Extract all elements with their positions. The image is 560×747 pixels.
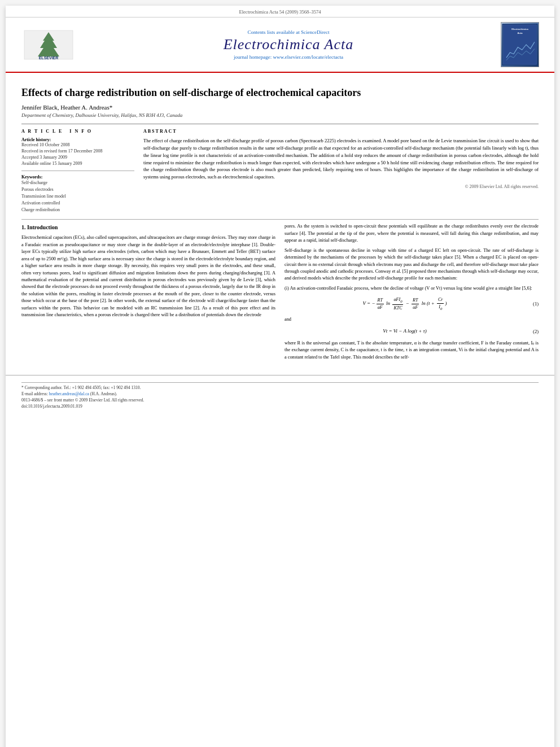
- journal-title: Electrochimica Acta: [82, 36, 495, 53]
- authors: Jennifer Black, Heather A. Andreas*: [21, 104, 539, 111]
- page: Electrochimica Acta 54 (2009) 3568–3574 …: [6, 6, 554, 747]
- body-columns: 1. Introduction Electrochemical capacito…: [21, 223, 539, 364]
- right-para-2: Self-discharge is the spontaneous declin…: [285, 247, 539, 282]
- equation-2-number: (2): [525, 328, 539, 335]
- intro-para-1: Electrochemical capacitors (ECs), also c…: [21, 234, 275, 318]
- keyword-2: Porous electrodes: [21, 186, 134, 193]
- article-content: Effects of charge redistribution on self…: [6, 73, 554, 375]
- right-para-3: (i) An activation-controlled Faradaic pr…: [285, 285, 539, 292]
- svg-text:Acta: Acta: [517, 32, 523, 34]
- keywords-section: Keywords: Self-discharge Porous electrod…: [21, 171, 134, 213]
- doi: doi:10.1016/j.electacta.2009.01.019: [21, 404, 539, 409]
- received-date: Received 10 October 2008: [21, 142, 134, 147]
- homepage-url[interactable]: www.elsevier.com/locate/electacta: [273, 54, 343, 60]
- keyword-4: Activation controlled: [21, 200, 134, 207]
- sciencedirect-link[interactable]: ScienceDirect: [301, 29, 329, 35]
- keyword-1: Self-discharge: [21, 180, 134, 186]
- svg-text:Electrochimica: Electrochimica: [511, 28, 528, 30]
- equation-1-block: V = −RTαF ln αFI0KTC − RTαF ln (t + CrI0…: [285, 296, 539, 312]
- equation-2-block: Vt = Vi − A log(t + τ) (2): [285, 327, 539, 335]
- revised-date: Received in revised form 17 December 200…: [21, 148, 134, 154]
- body-left-column: 1. Introduction Electrochemical capacito…: [21, 223, 275, 364]
- article-title: Effects of charge redistribution on self…: [21, 86, 539, 99]
- journal-homepage: journal homepage: www.elsevier.com/locat…: [82, 54, 495, 60]
- journal-bar: Electrochimica Acta 54 (2009) 3568–3574: [6, 6, 554, 18]
- eq1-frac4: CrI0: [437, 296, 444, 312]
- footer-divider: [21, 382, 539, 383]
- body-right-column: pores. As the system is switched to open…: [285, 223, 539, 364]
- author-email[interactable]: heather.andreas@dal.ca: [49, 391, 89, 396]
- abstract-header: ABSTRACT: [143, 129, 539, 134]
- svg-text:ELSEVIER: ELSEVIER: [39, 56, 59, 60]
- header: ELSEVIER Contents lists available at Sci…: [6, 18, 554, 73]
- equation-2-content: Vt = Vi − A log(t + τ): [285, 327, 525, 335]
- online-date: Available online 15 January 2009: [21, 161, 134, 166]
- eq1-frac3: RTαF: [412, 297, 419, 311]
- license-text: 0013-4686/$ – see front matter © 2009 El…: [21, 397, 539, 403]
- history-label: Article history:: [21, 137, 134, 142]
- eq1-frac2: αFI0KTC: [392, 296, 403, 312]
- keyword-5: Charge redistribution: [21, 207, 134, 213]
- keyword-3: Transmission line model: [21, 193, 134, 200]
- article-info-abstract-section: A R T I C L E I N F O Article history: R…: [21, 124, 539, 213]
- keywords-label: Keywords:: [21, 174, 134, 180]
- header-center: Contents lists available at ScienceDirec…: [82, 29, 495, 60]
- accepted-date: Accepted 3 January 2009: [21, 155, 134, 160]
- article-info-header: A R T I C L E I N F O: [21, 129, 134, 134]
- copyright: © 2009 Elsevier Ltd. All rights reserved…: [143, 184, 539, 189]
- journal-reference: Electrochimica Acta 54 (2009) 3568–3574: [239, 9, 321, 15]
- section1-title: 1. Introduction: [21, 223, 275, 231]
- abstract-text: The effect of charge redistribution on t…: [143, 137, 539, 181]
- affiliation: Department of Chemistry, Dalhousie Unive…: [21, 112, 539, 118]
- article-info-column: A R T I C L E I N F O Article history: R…: [21, 129, 134, 213]
- journal-cover-image: Electrochimica Acta: [501, 22, 539, 67]
- equation-1-number: (1): [525, 300, 539, 308]
- sciencedirect-note: Contents lists available at ScienceDirec…: [82, 29, 495, 35]
- footer: * Corresponding author. Tel.: +1 902 494…: [6, 375, 554, 412]
- and-label: and: [285, 316, 539, 323]
- email-line: E-mail address: heather.andreas@dal.ca (…: [21, 391, 539, 396]
- eq1-frac1: RTαF: [377, 297, 384, 311]
- header-left: ELSEVIER: [15, 29, 82, 60]
- body-divider: [21, 219, 539, 220]
- abstract-column: ABSTRACT The effect of charge redistribu…: [143, 129, 539, 213]
- header-right: Electrochimica Acta: [495, 22, 545, 67]
- elsevier-logo-icon: ELSEVIER: [23, 29, 74, 60]
- after-eq2-text: where R is the universal gas constant, T…: [285, 340, 539, 361]
- right-para-1: pores. As the system is switched to open…: [285, 223, 539, 244]
- corresponding-author: * Corresponding author. Tel.: +1 902 494…: [21, 385, 539, 390]
- equation-1-content: V = −RTαF ln αFI0KTC − RTαF ln (t + CrI0…: [285, 296, 525, 312]
